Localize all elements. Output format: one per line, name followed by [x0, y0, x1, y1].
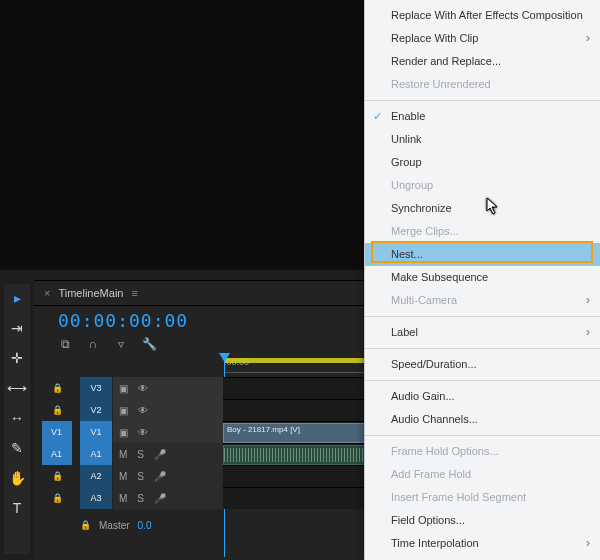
menu-item: Ungroup	[365, 174, 600, 197]
razor-tool-icon[interactable]: ⟷	[7, 380, 27, 396]
menu-item-label: Synchronize	[391, 202, 452, 214]
close-icon[interactable]: ×	[44, 287, 50, 299]
menu-item-label: Restore Unrendered	[391, 78, 491, 90]
menu-item-label: Field Options...	[391, 514, 465, 526]
mute-icon[interactable]: M	[119, 471, 127, 482]
menu-item[interactable]: Audio Gain...	[365, 385, 600, 408]
menu-item[interactable]: ✓Enable	[365, 105, 600, 128]
menu-item-label: Merge Clips...	[391, 225, 459, 237]
source-patch-v1[interactable]: V1	[42, 421, 72, 443]
selection-tool-icon[interactable]: ▸	[14, 290, 21, 306]
track-target-a2[interactable]: A2	[80, 465, 112, 487]
menu-item-label: Replace With Clip	[391, 32, 478, 44]
eye-icon[interactable]: 👁	[138, 405, 148, 416]
pen-tool-icon[interactable]: ✎	[11, 440, 23, 456]
menu-item: Frame Hold Options...	[365, 440, 600, 463]
menu-item[interactable]: Label	[365, 321, 600, 344]
ripple-tool-icon[interactable]: ✛	[11, 350, 23, 366]
track-target-v3[interactable]: V3	[80, 377, 112, 399]
menu-item-label: Unlink	[391, 133, 422, 145]
menu-item-label: Replace With After Effects Composition	[391, 9, 583, 21]
menu-item-label: Insert Frame Hold Segment	[391, 491, 526, 503]
menu-item[interactable]: Speed/Duration...	[365, 353, 600, 376]
track-target-a1[interactable]: A1	[80, 443, 112, 465]
settings-icon[interactable]: 🔧	[142, 337, 156, 351]
type-tool-icon[interactable]: T	[13, 500, 22, 516]
menu-item[interactable]: Scale to Frame Size	[365, 555, 600, 560]
menu-item-label: Make Subsequence	[391, 271, 488, 283]
hand-tool-icon[interactable]: ✋	[9, 470, 26, 486]
menu-item-label: Multi-Camera	[391, 294, 457, 306]
master-label: Master	[99, 520, 130, 531]
lock-icon[interactable]: 🔒	[52, 493, 63, 503]
source-patch-a1[interactable]: A1	[42, 443, 72, 465]
menu-item-label: Enable	[391, 110, 425, 122]
toggle-output-icon[interactable]: ▣	[119, 383, 128, 394]
eye-icon[interactable]: 👁	[138, 427, 148, 438]
menu-item-label: Audio Gain...	[391, 390, 455, 402]
mute-icon[interactable]: M	[119, 449, 127, 460]
menu-item-label: Frame Hold Options...	[391, 445, 499, 457]
markers-icon[interactable]: ▿	[114, 337, 128, 351]
menu-separator	[365, 316, 600, 317]
menu-item[interactable]: Field Options...	[365, 509, 600, 532]
tool-sidebar: ▸ ⇥ ✛ ⟷ ↔ ✎ ✋ T	[4, 284, 30, 554]
sequence-tab-label[interactable]: TimelineMain	[58, 287, 123, 299]
toggle-output-icon[interactable]: ▣	[119, 427, 128, 438]
solo-icon[interactable]: S	[137, 449, 144, 460]
menu-item[interactable]: Time Interpolation	[365, 532, 600, 555]
menu-item-label: Group	[391, 156, 422, 168]
program-monitor	[0, 0, 370, 270]
menu-item: Multi-Camera	[365, 289, 600, 312]
menu-item: Merge Clips...	[365, 220, 600, 243]
voice-icon[interactable]: 🎤	[154, 471, 166, 482]
menu-item: Add Frame Hold	[365, 463, 600, 486]
voice-icon[interactable]: 🎤	[154, 449, 166, 460]
solo-icon[interactable]: S	[137, 493, 144, 504]
menu-item[interactable]: Synchronize	[365, 197, 600, 220]
menu-separator	[365, 380, 600, 381]
menu-item-label: Add Frame Hold	[391, 468, 471, 480]
tab-menu-icon[interactable]: ≡	[131, 287, 137, 299]
menu-item-label: Ungroup	[391, 179, 433, 191]
menu-item-label: Time Interpolation	[391, 537, 479, 549]
menu-separator	[365, 348, 600, 349]
menu-item[interactable]: Replace With Clip	[365, 27, 600, 50]
lock-icon[interactable]: 🔒	[80, 520, 91, 530]
menu-item-label: Audio Channels...	[391, 413, 478, 425]
clip-label: Boy - 21817.mp4 [V]	[227, 425, 300, 434]
mute-icon[interactable]: M	[119, 493, 127, 504]
solo-icon[interactable]: S	[137, 471, 144, 482]
menu-separator	[365, 100, 600, 101]
menu-item: Restore Unrendered	[365, 73, 600, 96]
menu-item-label: Render and Replace...	[391, 55, 501, 67]
menu-item: Insert Frame Hold Segment	[365, 486, 600, 509]
track-target-v2[interactable]: V2	[80, 399, 112, 421]
toggle-output-icon[interactable]: ▣	[119, 405, 128, 416]
menu-item[interactable]: Audio Channels...	[365, 408, 600, 431]
menu-item[interactable]: Replace With After Effects Composition	[365, 4, 600, 27]
menu-item[interactable]: Render and Replace...	[365, 50, 600, 73]
track-select-tool-icon[interactable]: ⇥	[11, 320, 23, 336]
lock-icon[interactable]: 🔒	[52, 383, 63, 393]
lock-icon[interactable]: 🔒	[52, 471, 63, 481]
menu-item-label: Speed/Duration...	[391, 358, 477, 370]
menu-item-label: Nest...	[391, 248, 423, 260]
master-value[interactable]: 0.0	[138, 520, 152, 531]
menu-item-label: Label	[391, 326, 418, 338]
lock-icon[interactable]: 🔒	[52, 405, 63, 415]
snap-icon[interactable]: ⧉	[58, 337, 72, 351]
menu-item[interactable]: Nest...	[365, 243, 600, 266]
menu-item[interactable]: Make Subsequence	[365, 266, 600, 289]
menu-item[interactable]: Group	[365, 151, 600, 174]
eye-icon[interactable]: 👁	[138, 383, 148, 394]
menu-item[interactable]: Unlink	[365, 128, 600, 151]
voice-icon[interactable]: 🎤	[154, 493, 166, 504]
track-target-a3[interactable]: A3	[80, 487, 112, 509]
check-icon: ✓	[373, 109, 382, 124]
clip-context-menu: Replace With After Effects CompositionRe…	[364, 0, 600, 560]
track-target-v1[interactable]: V1	[80, 421, 112, 443]
slip-tool-icon[interactable]: ↔	[10, 410, 24, 426]
linked-selection-icon[interactable]: ∩	[86, 337, 100, 351]
menu-separator	[365, 435, 600, 436]
